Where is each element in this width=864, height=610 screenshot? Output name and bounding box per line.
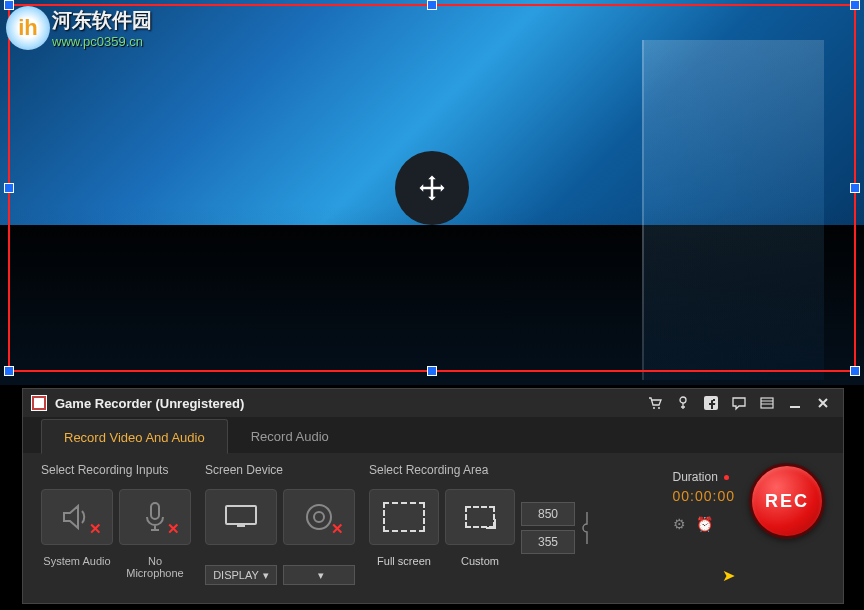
resize-handle-bm[interactable] [427,366,437,376]
area-label: Select Recording Area [369,463,593,479]
feedback-icon[interactable] [731,395,747,411]
custom-caption: Custom [461,555,499,567]
svg-rect-5 [151,503,159,519]
menu-icon[interactable] [759,395,775,411]
app-icon [31,395,47,411]
watermark-url: www.pc0359.cn [52,34,152,49]
webcam-dropdown[interactable]: ▾ [283,565,355,585]
svg-rect-4 [761,398,773,408]
capture-region-outline[interactable] [8,4,856,372]
title-bar[interactable]: Game Recorder (Unregistered) [23,389,843,417]
display-dropdown[interactable]: DISPLAY▾ [205,565,277,585]
tab-audio[interactable]: Record Audio [228,418,352,453]
custom-area-button[interactable] [445,489,515,545]
game-recorder-window: Game Recorder (Unregistered) Record Vide… [22,388,844,604]
webcam-button[interactable]: ✕ [283,489,355,545]
chevron-down-icon: ▾ [318,569,324,582]
fullscreen-button[interactable] [369,489,439,545]
resize-handle-bl[interactable] [4,366,14,376]
fullscreen-icon [383,502,425,532]
watermark-logo: ih [6,6,50,50]
display-button[interactable] [205,489,277,545]
microphone-button[interactable]: ✕ [119,489,191,545]
inputs-label: Select Recording Inputs [41,463,191,479]
minimize-button[interactable] [787,395,803,411]
resize-handle-ml[interactable] [4,183,14,193]
timer-icon[interactable]: ⏰ [696,516,713,532]
move-icon [417,173,447,203]
record-button[interactable]: REC [749,463,825,539]
duration-block: Duration 00:00:00 ⚙ ⏰ [673,470,736,532]
fullscreen-caption: Full screen [377,555,431,567]
custom-area-icon [465,506,495,528]
disabled-x-icon: ✕ [331,520,344,538]
resize-handle-br[interactable] [850,366,860,376]
disabled-x-icon: ✕ [89,520,102,538]
close-button[interactable] [815,395,831,411]
svg-rect-6 [226,506,256,524]
device-section: Screen Device ✕ DISPLAY▾ ▾ [205,463,355,585]
svg-point-7 [307,505,331,529]
move-handle[interactable] [395,151,469,225]
settings-icon[interactable]: ⚙ [673,516,686,532]
width-field[interactable]: 850 [521,502,575,526]
area-section: Select Recording Area Full screen Custom… [369,463,593,567]
svg-point-8 [314,512,324,522]
duration-label: Duration [673,470,718,484]
window-title: Game Recorder (Unregistered) [55,396,647,411]
tabs-row: Record Video And Audio Record Audio [23,417,843,453]
system-audio-caption: System Audio [41,555,113,579]
tab-video-and-audio[interactable]: Record Video And Audio [41,419,228,454]
facebook-icon[interactable] [703,395,719,411]
height-field[interactable]: 355 [521,530,575,554]
microphone-icon [142,500,168,534]
record-label: REC [765,491,809,512]
svg-point-1 [658,407,660,409]
cart-icon[interactable] [647,395,663,411]
svg-point-2 [680,397,686,403]
duration-time: 00:00:00 [673,488,736,504]
svg-point-0 [653,407,655,409]
resize-handle-tm[interactable] [427,0,437,10]
chevron-down-icon: ▾ [263,569,269,582]
system-audio-button[interactable]: ✕ [41,489,113,545]
key-icon[interactable] [675,395,691,411]
inputs-section: Select Recording Inputs ✕ ✕ System Audio… [41,463,191,579]
disabled-x-icon: ✕ [167,520,180,538]
microphone-caption: No Microphone [119,555,191,579]
device-label: Screen Device [205,463,355,479]
watermark-title: 河东软件园 [52,7,152,34]
resize-handle-mr[interactable] [850,183,860,193]
resize-handle-tr[interactable] [850,0,860,10]
site-watermark: ih 河东软件园 www.pc0359.cn [6,6,152,50]
lock-ratio-icon[interactable] [581,508,593,548]
monitor-icon [222,502,260,532]
rec-indicator-dot [724,475,729,480]
